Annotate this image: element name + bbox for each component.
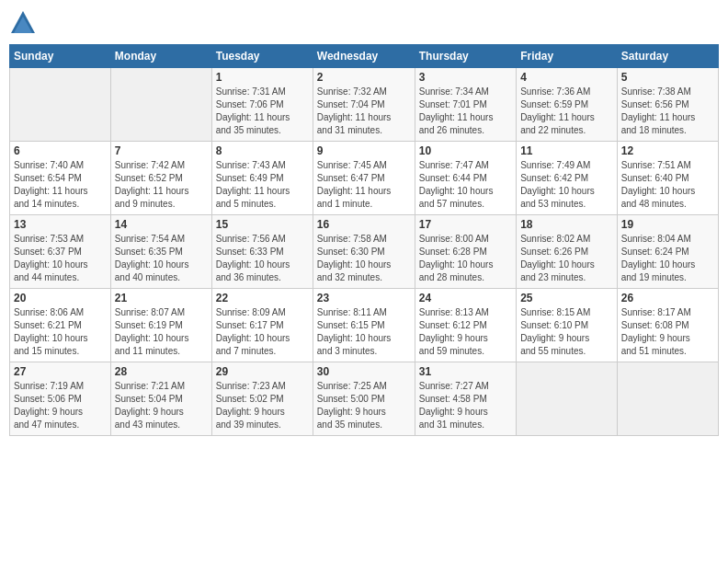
day-number: 24 xyxy=(419,292,512,304)
logo-icon xyxy=(9,9,37,37)
calendar-cell: 26Sunrise: 8:17 AM Sunset: 6:08 PM Dayli… xyxy=(617,289,718,362)
day-info: Sunrise: 7:58 AM Sunset: 6:30 PM Dayligh… xyxy=(317,233,411,284)
calendar-week-row: 13Sunrise: 7:53 AM Sunset: 6:37 PM Dayli… xyxy=(10,215,719,289)
day-info: Sunrise: 7:54 AM Sunset: 6:35 PM Dayligh… xyxy=(115,233,208,284)
day-number: 26 xyxy=(621,292,714,304)
day-number: 9 xyxy=(317,144,411,157)
day-info: Sunrise: 7:45 AM Sunset: 6:47 PM Dayligh… xyxy=(317,159,411,211)
day-number: 25 xyxy=(520,292,613,304)
day-info: Sunrise: 7:32 AM Sunset: 7:04 PM Dayligh… xyxy=(317,86,411,137)
day-number: 27 xyxy=(14,365,107,378)
day-number: 13 xyxy=(14,218,107,231)
day-info: Sunrise: 8:15 AM Sunset: 6:10 PM Dayligh… xyxy=(520,306,613,358)
day-info: Sunrise: 8:13 AM Sunset: 6:12 PM Dayligh… xyxy=(419,306,512,358)
calendar-cell: 5Sunrise: 7:38 AM Sunset: 6:56 PM Daylig… xyxy=(617,68,718,142)
calendar-cell: 13Sunrise: 7:53 AM Sunset: 6:37 PM Dayli… xyxy=(10,215,111,289)
day-number: 14 xyxy=(115,218,208,231)
day-info: Sunrise: 7:49 AM Sunset: 6:42 PM Dayligh… xyxy=(520,159,613,211)
day-info: Sunrise: 7:56 AM Sunset: 6:33 PM Dayligh… xyxy=(216,233,309,284)
calendar-header-row: SundayMondayTuesdayWednesdayThursdayFrid… xyxy=(10,45,719,68)
day-info: Sunrise: 7:25 AM Sunset: 5:00 PM Dayligh… xyxy=(317,380,411,431)
calendar-cell: 25Sunrise: 8:15 AM Sunset: 6:10 PM Dayli… xyxy=(517,289,618,362)
day-info: Sunrise: 7:38 AM Sunset: 6:56 PM Dayligh… xyxy=(621,86,714,137)
calendar-cell: 17Sunrise: 8:00 AM Sunset: 6:28 PM Dayli… xyxy=(415,215,516,289)
calendar-cell xyxy=(517,362,618,436)
day-number: 7 xyxy=(115,144,208,157)
calendar-cell: 1Sunrise: 7:31 AM Sunset: 7:06 PM Daylig… xyxy=(211,68,313,142)
day-number: 17 xyxy=(419,218,512,231)
calendar-cell: 18Sunrise: 8:02 AM Sunset: 6:26 PM Dayli… xyxy=(517,215,618,289)
day-number: 22 xyxy=(216,292,309,304)
calendar-cell: 24Sunrise: 8:13 AM Sunset: 6:12 PM Dayli… xyxy=(415,289,516,362)
calendar-cell: 14Sunrise: 7:54 AM Sunset: 6:35 PM Dayli… xyxy=(110,215,211,289)
day-number: 4 xyxy=(520,71,613,84)
calendar-week-row: 20Sunrise: 8:06 AM Sunset: 6:21 PM Dayli… xyxy=(10,289,719,362)
day-info: Sunrise: 8:17 AM Sunset: 6:08 PM Dayligh… xyxy=(621,306,714,358)
calendar-cell: 30Sunrise: 7:25 AM Sunset: 5:00 PM Dayli… xyxy=(313,362,415,436)
calendar-cell: 9Sunrise: 7:45 AM Sunset: 6:47 PM Daylig… xyxy=(313,142,415,215)
calendar-week-row: 6Sunrise: 7:40 AM Sunset: 6:54 PM Daylig… xyxy=(10,142,719,215)
calendar-cell: 16Sunrise: 7:58 AM Sunset: 6:30 PM Dayli… xyxy=(313,215,415,289)
day-info: Sunrise: 8:11 AM Sunset: 6:15 PM Dayligh… xyxy=(317,306,411,358)
calendar-cell: 28Sunrise: 7:21 AM Sunset: 5:04 PM Dayli… xyxy=(110,362,211,436)
day-info: Sunrise: 8:06 AM Sunset: 6:21 PM Dayligh… xyxy=(14,306,107,358)
calendar-cell: 6Sunrise: 7:40 AM Sunset: 6:54 PM Daylig… xyxy=(10,142,111,215)
calendar-cell: 21Sunrise: 8:07 AM Sunset: 6:19 PM Dayli… xyxy=(110,289,211,362)
day-number: 23 xyxy=(317,292,411,304)
day-number: 31 xyxy=(419,365,512,378)
day-info: Sunrise: 7:36 AM Sunset: 6:59 PM Dayligh… xyxy=(520,86,613,137)
calendar-cell: 29Sunrise: 7:23 AM Sunset: 5:02 PM Dayli… xyxy=(211,362,313,436)
day-info: Sunrise: 7:53 AM Sunset: 6:37 PM Dayligh… xyxy=(14,233,107,284)
day-number: 8 xyxy=(216,144,309,157)
header-friday: Friday xyxy=(517,45,618,68)
day-number: 1 xyxy=(216,71,309,84)
day-number: 3 xyxy=(419,71,512,84)
calendar-cell: 23Sunrise: 8:11 AM Sunset: 6:15 PM Dayli… xyxy=(313,289,415,362)
day-info: Sunrise: 7:47 AM Sunset: 6:44 PM Dayligh… xyxy=(419,159,512,211)
day-number: 5 xyxy=(621,71,714,84)
calendar-cell: 19Sunrise: 8:04 AM Sunset: 6:24 PM Dayli… xyxy=(617,215,718,289)
day-info: Sunrise: 7:31 AM Sunset: 7:06 PM Dayligh… xyxy=(216,86,309,137)
header-tuesday: Tuesday xyxy=(211,45,313,68)
day-info: Sunrise: 8:04 AM Sunset: 6:24 PM Dayligh… xyxy=(621,233,714,284)
calendar-cell: 8Sunrise: 7:43 AM Sunset: 6:49 PM Daylig… xyxy=(211,142,313,215)
day-number: 20 xyxy=(14,292,107,304)
day-info: Sunrise: 8:07 AM Sunset: 6:19 PM Dayligh… xyxy=(115,306,208,358)
day-info: Sunrise: 8:09 AM Sunset: 6:17 PM Dayligh… xyxy=(216,306,309,358)
calendar-cell: 2Sunrise: 7:32 AM Sunset: 7:04 PM Daylig… xyxy=(313,68,415,142)
day-info: Sunrise: 7:21 AM Sunset: 5:04 PM Dayligh… xyxy=(115,380,208,431)
calendar-cell xyxy=(110,68,211,142)
day-number: 16 xyxy=(317,218,411,231)
header-saturday: Saturday xyxy=(617,45,718,68)
day-number: 21 xyxy=(115,292,208,304)
calendar-cell: 31Sunrise: 7:27 AM Sunset: 4:58 PM Dayli… xyxy=(415,362,516,436)
day-number: 12 xyxy=(621,144,714,157)
calendar-cell: 3Sunrise: 7:34 AM Sunset: 7:01 PM Daylig… xyxy=(415,68,516,142)
day-number: 11 xyxy=(520,144,613,157)
day-info: Sunrise: 7:43 AM Sunset: 6:49 PM Dayligh… xyxy=(216,159,309,211)
header-thursday: Thursday xyxy=(415,45,516,68)
day-info: Sunrise: 7:42 AM Sunset: 6:52 PM Dayligh… xyxy=(115,159,208,211)
day-number: 30 xyxy=(317,365,411,378)
day-number: 10 xyxy=(419,144,512,157)
calendar-cell xyxy=(10,68,111,142)
header-monday: Monday xyxy=(110,45,211,68)
day-info: Sunrise: 7:19 AM Sunset: 5:06 PM Dayligh… xyxy=(14,380,107,431)
day-info: Sunrise: 7:23 AM Sunset: 5:02 PM Dayligh… xyxy=(216,380,309,431)
calendar-cell: 10Sunrise: 7:47 AM Sunset: 6:44 PM Dayli… xyxy=(415,142,516,215)
calendar-week-row: 27Sunrise: 7:19 AM Sunset: 5:06 PM Dayli… xyxy=(10,362,719,436)
header-wednesday: Wednesday xyxy=(313,45,415,68)
calendar-cell: 20Sunrise: 8:06 AM Sunset: 6:21 PM Dayli… xyxy=(10,289,111,362)
header-sunday: Sunday xyxy=(10,45,111,68)
day-number: 18 xyxy=(520,218,613,231)
calendar-table: SundayMondayTuesdayWednesdayThursdayFrid… xyxy=(9,44,719,436)
calendar-cell: 15Sunrise: 7:56 AM Sunset: 6:33 PM Dayli… xyxy=(211,215,313,289)
day-number: 19 xyxy=(621,218,714,231)
day-number: 28 xyxy=(115,365,208,378)
day-info: Sunrise: 7:51 AM Sunset: 6:40 PM Dayligh… xyxy=(621,159,714,211)
calendar-cell: 7Sunrise: 7:42 AM Sunset: 6:52 PM Daylig… xyxy=(110,142,211,215)
calendar-cell: 12Sunrise: 7:51 AM Sunset: 6:40 PM Dayli… xyxy=(617,142,718,215)
calendar-cell: 4Sunrise: 7:36 AM Sunset: 6:59 PM Daylig… xyxy=(517,68,618,142)
day-info: Sunrise: 7:27 AM Sunset: 4:58 PM Dayligh… xyxy=(419,380,512,431)
logo xyxy=(9,9,40,37)
